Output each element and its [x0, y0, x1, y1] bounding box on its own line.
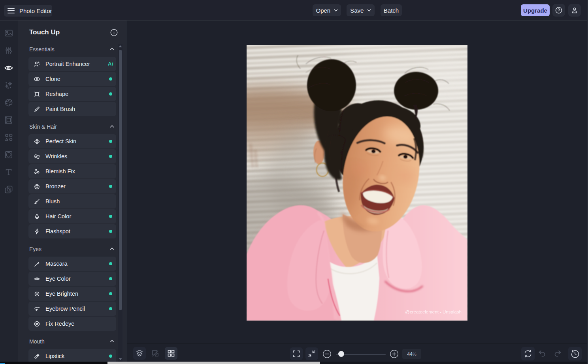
svg-text:@createelement - Unsplash: @createelement - Unsplash	[405, 310, 462, 314]
